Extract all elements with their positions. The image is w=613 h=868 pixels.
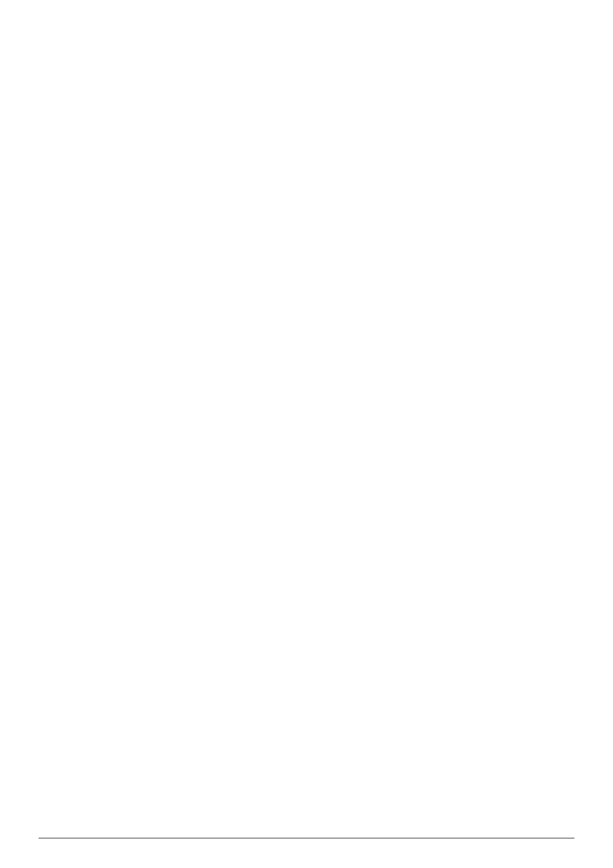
page-footer [39,838,574,842]
